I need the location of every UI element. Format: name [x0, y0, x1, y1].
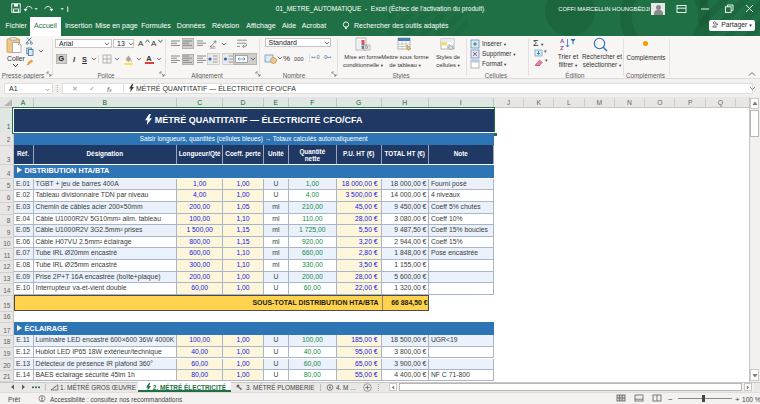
svg-text:ab: ab [210, 43, 216, 49]
svg-text:Z: Z [560, 45, 564, 51]
svg-text:A: A [560, 38, 565, 44]
